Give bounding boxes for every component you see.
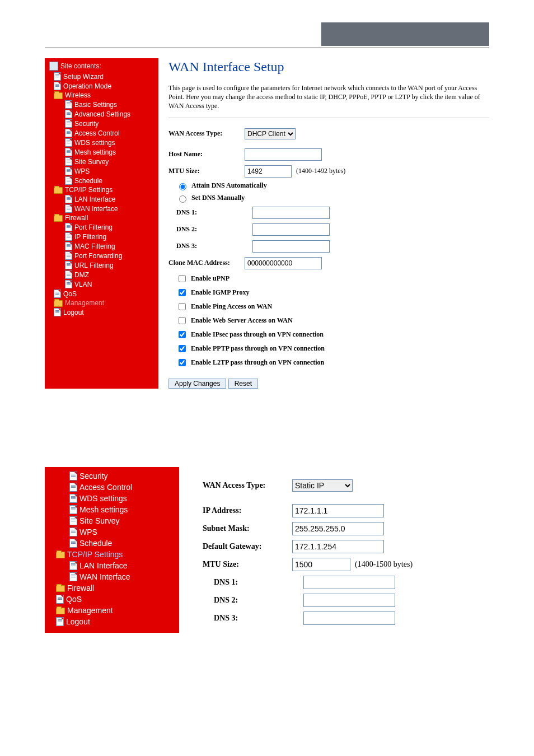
- sidebar-item-tcp-ip-settings[interactable]: TCP/IP Settings: [49, 549, 179, 560]
- sidebar-item-label[interactable]: Management: [65, 299, 104, 307]
- sidebar-item-security[interactable]: Security: [49, 119, 158, 128]
- sidebar-item-label[interactable]: Security: [79, 472, 108, 480]
- sidebar-item-lan-interface[interactable]: LAN Interface: [49, 194, 158, 204]
- sidebar-item-access-control[interactable]: Access Control: [49, 482, 179, 493]
- sidebar-item-dmz[interactable]: DMZ: [49, 270, 158, 279]
- sidebar-item-label[interactable]: Access Control: [79, 483, 132, 492]
- sidebar-item-label[interactable]: LAN Interface: [74, 195, 115, 203]
- sidebar-item-label[interactable]: Logout: [63, 309, 84, 316]
- sidebar-item-label[interactable]: URL Filtering: [74, 262, 114, 269]
- sidebar-item-label[interactable]: Access Control: [74, 129, 120, 137]
- ip-address-input[interactable]: [292, 504, 384, 517]
- sidebar-item-label[interactable]: IP Filtering: [74, 233, 106, 241]
- apply-changes-button[interactable]: Apply Changes: [168, 379, 226, 389]
- sidebar-item-wan-interface[interactable]: WAN Interface: [49, 571, 179, 582]
- sidebar-item-label[interactable]: Firewall: [67, 584, 94, 592]
- sidebar-item-mac-filtering[interactable]: MAC Filtering: [49, 241, 158, 251]
- sidebar-item-label[interactable]: DMZ: [74, 271, 89, 279]
- sidebar-item-label[interactable]: Site Survey: [74, 158, 109, 166]
- dns-auto-radio[interactable]: [179, 183, 186, 190]
- sidebar-item-label[interactable]: Security: [74, 120, 99, 128]
- host-name-input[interactable]: [245, 148, 322, 161]
- sidebar-item-wireless[interactable]: Wireless: [49, 91, 158, 100]
- enable-pptp-checkbox[interactable]: [179, 345, 186, 352]
- sidebar-item-qos[interactable]: QoS: [49, 289, 158, 298]
- sidebar-item-label[interactable]: Operation Mode: [63, 82, 111, 90]
- sidebar-item-logout[interactable]: Logout: [49, 616, 179, 627]
- sidebar-item-label[interactable]: QoS: [66, 595, 82, 604]
- dns1-input[interactable]: [252, 207, 330, 219]
- sidebar-item-label[interactable]: WPS: [79, 528, 97, 536]
- sidebar-item-label[interactable]: TCP/IP Settings: [67, 550, 123, 559]
- sidebar-item-ip-filtering[interactable]: IP Filtering: [49, 232, 158, 241]
- dns2-input[interactable]: [252, 223, 330, 236]
- sidebar-item-wds-settings[interactable]: WDS settings: [49, 138, 158, 147]
- wan-access-type-select[interactable]: Static IP: [292, 479, 353, 492]
- enable-ping-checkbox[interactable]: [179, 303, 186, 310]
- sidebar-item-management[interactable]: Management: [49, 605, 179, 616]
- mtu-size-input[interactable]: [245, 165, 292, 178]
- sidebar-item-vlan[interactable]: VLAN: [49, 279, 158, 289]
- sidebar-item-label[interactable]: Mesh settings: [74, 148, 116, 156]
- sidebar-item-label[interactable]: Port Forwarding: [74, 252, 122, 260]
- sidebar-item-label[interactable]: WPS: [74, 167, 90, 175]
- sidebar-item-label[interactable]: Basic Settings: [74, 101, 117, 109]
- sidebar-item-advanced-settings[interactable]: Advanced Settings: [49, 109, 158, 119]
- dns3-input[interactable]: [252, 240, 330, 253]
- sidebar-item-label[interactable]: WDS settings: [79, 494, 127, 503]
- enable-l2tp-checkbox[interactable]: [179, 359, 186, 366]
- sidebar-item-wan-interface[interactable]: WAN Interface: [49, 204, 158, 213]
- sidebar-item-label[interactable]: LAN Interface: [79, 561, 128, 570]
- sidebar-item-label[interactable]: Port Filtering: [74, 223, 113, 231]
- default-gateway-input[interactable]: [292, 540, 384, 553]
- sidebar-item-label[interactable]: WAN Interface: [79, 572, 130, 581]
- sidebar-item-qos[interactable]: QoS: [49, 594, 179, 605]
- sidebar-item-wds-settings[interactable]: WDS settings: [49, 493, 179, 504]
- sidebar-item-schedule[interactable]: Schedule: [49, 538, 179, 549]
- sidebar-item-wps[interactable]: WPS: [49, 166, 158, 176]
- mtu-size-input[interactable]: [292, 558, 350, 571]
- sidebar-item-setup-wizard[interactable]: Setup Wizard: [49, 72, 158, 81]
- sidebar-item-tcp-ip-settings[interactable]: TCP/IP Settings: [49, 185, 158, 194]
- sidebar-item-label[interactable]: Logout: [66, 617, 90, 626]
- sidebar-item-port-filtering[interactable]: Port Filtering: [49, 222, 158, 232]
- sidebar-item-label[interactable]: Setup Wizard: [63, 73, 104, 81]
- sidebar-item-firewall[interactable]: Firewall: [49, 213, 158, 222]
- sidebar-item-label[interactable]: Wireless: [65, 91, 91, 99]
- enable-upnp-checkbox[interactable]: [179, 275, 186, 282]
- enable-ipsec-checkbox[interactable]: [179, 331, 186, 338]
- sidebar-item-port-forwarding[interactable]: Port Forwarding: [49, 251, 158, 260]
- sidebar-item-label[interactable]: Advanced Settings: [74, 110, 130, 118]
- sidebar-item-basic-settings[interactable]: Basic Settings: [49, 100, 158, 109]
- wan-access-type-select[interactable]: DHCP Client: [245, 128, 296, 139]
- sidebar-item-label[interactable]: Site Survey: [79, 516, 120, 525]
- sidebar-item-label[interactable]: MAC Filtering: [74, 242, 115, 250]
- enable-web-checkbox[interactable]: [179, 317, 186, 324]
- sidebar-item-wps[interactable]: WPS: [49, 526, 179, 538]
- sidebar-item-label[interactable]: VLAN: [74, 281, 92, 288]
- dns1-input[interactable]: [303, 576, 395, 589]
- subnet-mask-input[interactable]: [292, 522, 384, 535]
- sidebar-item-label[interactable]: Mesh settings: [79, 505, 128, 514]
- enable-igmp-checkbox[interactable]: [179, 289, 186, 296]
- sidebar-item-mesh-settings[interactable]: Mesh settings: [49, 504, 179, 515]
- sidebar-item-label[interactable]: Schedule: [74, 177, 102, 185]
- sidebar-item-firewall[interactable]: Firewall: [49, 582, 179, 594]
- sidebar-item-label[interactable]: WAN Interface: [74, 205, 118, 213]
- dns2-input[interactable]: [303, 594, 395, 607]
- reset-button[interactable]: Reset: [228, 379, 258, 389]
- sidebar-item-access-control[interactable]: Access Control: [49, 128, 158, 138]
- sidebar-item-operation-mode[interactable]: Operation Mode: [49, 81, 158, 91]
- sidebar-item-label[interactable]: WDS settings: [74, 139, 115, 147]
- sidebar-item-label[interactable]: QoS: [63, 290, 77, 298]
- sidebar-item-management[interactable]: Management: [49, 298, 158, 307]
- sidebar-item-url-filtering[interactable]: URL Filtering: [49, 260, 158, 270]
- sidebar-item-lan-interface[interactable]: LAN Interface: [49, 560, 179, 571]
- sidebar-item-security[interactable]: Security: [49, 470, 179, 482]
- sidebar-item-mesh-settings[interactable]: Mesh settings: [49, 147, 158, 157]
- clone-mac-input[interactable]: [245, 257, 322, 269]
- sidebar-item-label[interactable]: TCP/IP Settings: [65, 186, 113, 194]
- sidebar-item-site-survey[interactable]: Site Survey: [49, 157, 158, 166]
- sidebar-item-logout[interactable]: Logout: [49, 307, 158, 317]
- sidebar-item-label[interactable]: Management: [67, 606, 113, 615]
